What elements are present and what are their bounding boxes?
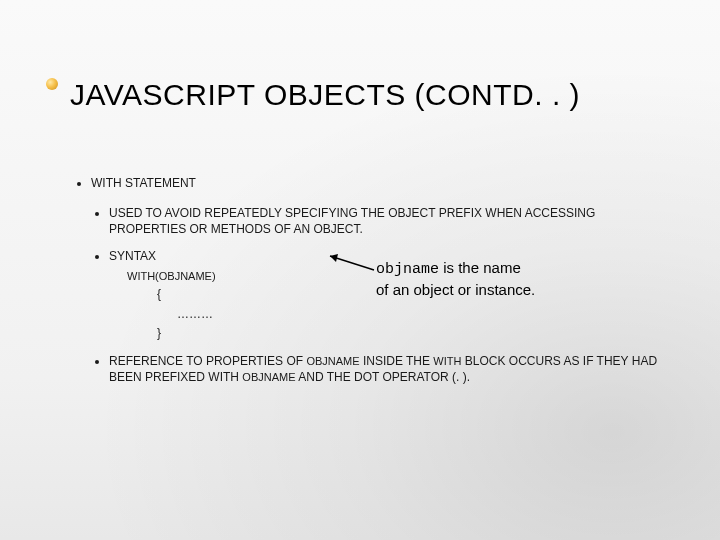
bullet-reference: REFERENCE TO PROPERTIES OF OBJNAME INSID… <box>109 353 670 385</box>
title-bullet-icon <box>46 78 58 90</box>
bullet-with-statement: WITH STATEMENT <box>91 175 670 191</box>
callout-objname: objname <box>376 261 439 278</box>
syntax-close-brace: } <box>157 324 670 343</box>
reference-with: WITH <box>433 355 461 367</box>
callout-text: objname is the name of an object or inst… <box>376 258 535 299</box>
slide-content: WITH STATEMENT USED TO AVOID REPEATEDLY … <box>75 175 670 395</box>
slide-title: JAVASCRIPT OBJECTS (CONTD. . ) <box>70 78 680 112</box>
reference-part1: REFERENCE TO PROPERTIES OF <box>109 354 306 368</box>
syntax-dots: ……… <box>177 305 670 324</box>
slide: JAVASCRIPT OBJECTS (CONTD. . ) WITH STAT… <box>0 0 720 540</box>
callout-rest1: is the name <box>439 259 521 276</box>
syntax-label: SYNTAX <box>109 249 156 263</box>
reference-objname2: OBJNAME <box>242 371 295 383</box>
reference-part4: AND THE DOT OPERATOR (. ). <box>296 370 470 384</box>
callout-line2: of an object or instance. <box>376 280 535 300</box>
reference-part2: INSIDE THE <box>360 354 434 368</box>
bullet-used-to: USED TO AVOID REPEATEDLY SPECIFYING THE … <box>109 205 670 237</box>
reference-objname1: OBJNAME <box>306 355 359 367</box>
